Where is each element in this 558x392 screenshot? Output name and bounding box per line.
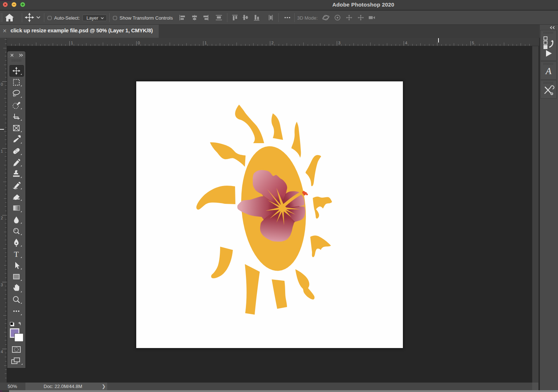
svg-text:A: A: [545, 66, 551, 76]
svg-text:T: T: [14, 250, 19, 259]
